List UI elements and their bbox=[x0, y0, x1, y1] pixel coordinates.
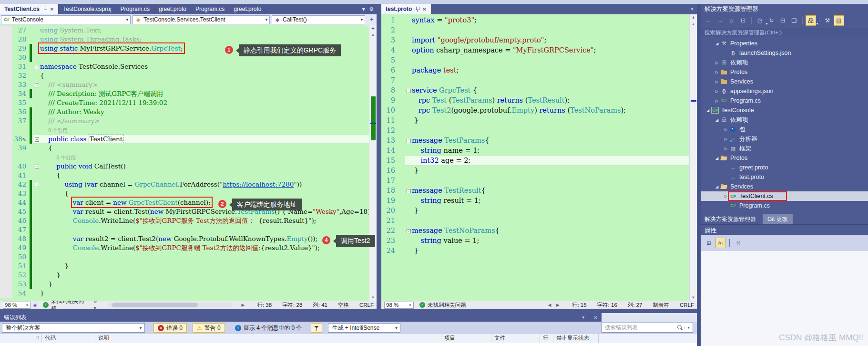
code-line[interactable]: 33− /// <summary> bbox=[0, 80, 377, 89]
code-line[interactable]: 27using System.Text; bbox=[0, 26, 377, 35]
expander-icon[interactable]: ▷ bbox=[714, 80, 720, 84]
code-line[interactable]: 39 { bbox=[0, 144, 377, 153]
code-line[interactable]: 9 rpc Test (TestParams) returns (TestRes… bbox=[381, 95, 697, 105]
tree-item-test-proto[interactable]: test.proto bbox=[701, 172, 868, 182]
severity-column-header[interactable] bbox=[0, 334, 42, 343]
code-text[interactable]: using (var channel = GrpcChannel.ForAddr… bbox=[40, 180, 377, 189]
code-line[interactable]: 20 } bbox=[381, 206, 697, 216]
messages-toggle-button[interactable]: i 展示 4 个消息中的 0 个 bbox=[231, 323, 306, 333]
expander-icon[interactable]: ◢ bbox=[705, 108, 711, 113]
breakpoint-margin[interactable] bbox=[0, 162, 12, 171]
left-editor-vertical-scrollbar[interactable]: + ▲ ▼ bbox=[369, 25, 377, 301]
tab-greet-proto[interactable]: greet.proto bbox=[154, 4, 191, 14]
editor-group-splitter[interactable] bbox=[377, 14, 381, 301]
code-text[interactable]: rpc Test2(google.protobuf.Empty) returns… bbox=[412, 105, 697, 115]
code-text[interactable]: var client = new GrpcTestClient(channel)… bbox=[40, 198, 377, 207]
tree-item-program-cs[interactable]: ▷Program.cs bbox=[701, 96, 868, 105]
breakpoint-margin[interactable] bbox=[0, 135, 12, 144]
code-line[interactable]: 49 Console.WriteLine($"接收到GRPC服务端 Test2方… bbox=[0, 243, 377, 252]
tab-program-cs[interactable]: Program.cs bbox=[191, 4, 229, 14]
collapse-region-icon[interactable]: − bbox=[35, 165, 39, 169]
tree-item-依赖项[interactable]: ▷依赖项 bbox=[701, 58, 868, 67]
breakpoint-margin[interactable] bbox=[0, 207, 12, 216]
code-line[interactable]: 53 } bbox=[0, 280, 377, 289]
code-text[interactable]: syntax = "proto3"; bbox=[412, 15, 697, 25]
breakpoint-margin[interactable] bbox=[0, 26, 12, 35]
forward-icon[interactable]: → bbox=[715, 15, 725, 26]
tree-item-testconsole[interactable]: ◢TestConsole bbox=[701, 105, 868, 115]
code-line[interactable]: 50 bbox=[0, 252, 377, 262]
sync-with-active-document-icon[interactable]: 品▼ bbox=[806, 15, 816, 26]
code-line[interactable]: 40− public void CallTest() bbox=[0, 162, 377, 171]
breakpoint-margin[interactable] bbox=[0, 243, 12, 252]
panel-splitter[interactable] bbox=[697, 4, 701, 346]
scroll-arrows[interactable]: ◀ ▶ bbox=[548, 303, 562, 307]
code-line[interactable]: 3import "google/protobuf/empty.proto"; bbox=[381, 35, 697, 45]
breakpoint-margin[interactable] bbox=[0, 153, 12, 162]
code-line[interactable]: 45 var result = client.Test(new MyFirstG… bbox=[0, 207, 377, 216]
code-line[interactable]: 43 { bbox=[0, 189, 377, 198]
code-text[interactable] bbox=[40, 252, 377, 262]
code-text[interactable]: message TestNoParams{ bbox=[412, 226, 697, 236]
code-text[interactable]: public void CallTest() bbox=[40, 162, 377, 171]
tab-testclient-cs[interactable]: TestClient.cs✕ bbox=[0, 4, 59, 14]
code-text[interactable]: } bbox=[40, 280, 377, 289]
code-text[interactable]: { bbox=[40, 144, 377, 153]
code-line[interactable]: 18−message TestResult{ bbox=[381, 186, 697, 196]
right-editor-vertical-scrollbar[interactable]: + ▲ ▼ bbox=[689, 14, 697, 301]
breakpoint-margin[interactable] bbox=[0, 171, 12, 180]
code-editor-testproto[interactable]: 1syntax = "proto3";23import "google/prot… bbox=[381, 14, 697, 301]
code-line[interactable]: 21 bbox=[381, 216, 697, 226]
tool-tab-git-更改[interactable]: Git 更改 bbox=[763, 214, 793, 224]
code-text[interactable] bbox=[40, 225, 377, 234]
codelens-references[interactable]: 0 个引用 bbox=[48, 126, 67, 135]
expander-icon[interactable]: ▷ bbox=[723, 127, 729, 132]
code-text[interactable]: string result = 1; bbox=[412, 196, 697, 206]
collapse-region-icon[interactable]: − bbox=[407, 89, 411, 93]
breakpoint-margin[interactable] bbox=[0, 116, 12, 126]
column-header-代码[interactable]: 代码 bbox=[42, 334, 95, 343]
breakpoint-margin[interactable] bbox=[0, 252, 12, 262]
breakpoint-margin[interactable] bbox=[0, 71, 12, 80]
expander-icon[interactable]: ▷ bbox=[714, 70, 720, 74]
pending-changes-filter-icon[interactable]: ◷▼ bbox=[755, 15, 765, 26]
back-icon[interactable]: ← bbox=[704, 15, 714, 26]
code-line[interactable]: 14 string name = 1; bbox=[381, 146, 697, 156]
code-line[interactable]: 32{ bbox=[0, 71, 377, 80]
tool-tab-解决方案资源管理器[interactable]: 解决方案资源管理器 bbox=[701, 214, 760, 224]
code-text[interactable]: var result = client.Test(new MyFirstGRPC… bbox=[40, 207, 377, 216]
code-line[interactable]: 35 /// CreateTime: 2021/12/11 19:39:02 bbox=[0, 98, 377, 107]
expander-icon[interactable]: ◢ bbox=[714, 156, 720, 160]
categorize-icon[interactable]: ⊞ bbox=[704, 238, 714, 248]
breakpoint-margin[interactable] bbox=[0, 289, 12, 298]
breakpoint-margin[interactable] bbox=[0, 198, 12, 207]
code-text[interactable]: message TestParams{ bbox=[412, 136, 697, 146]
pin-icon[interactable] bbox=[415, 6, 419, 12]
code-line[interactable]: 34 /// Description: 测试GRPC客户端调用 bbox=[0, 89, 377, 98]
promote-tab-icon[interactable]: ▼ bbox=[361, 6, 366, 12]
code-line[interactable]: 44 var client = new GrpcTestClient(chann… bbox=[0, 198, 377, 207]
codelens-line[interactable]: 0 个引用 bbox=[0, 126, 377, 135]
code-line[interactable]: 23 string value = 1; bbox=[381, 236, 697, 246]
expander-icon[interactable]: ▷ bbox=[714, 99, 720, 103]
code-text[interactable]: /// Author: Wesky bbox=[40, 107, 377, 116]
collapse-region-icon[interactable]: − bbox=[407, 189, 411, 193]
code-line[interactable]: 29using static MyFirstGRPCService.GrpcTe… bbox=[0, 44, 377, 53]
column-header-说明[interactable]: 说明 bbox=[95, 334, 441, 343]
code-text[interactable]: /// Description: 测试GRPC客户端调用 bbox=[40, 89, 377, 98]
codelens-references[interactable]: 0 个引用 bbox=[56, 153, 75, 162]
breakpoint-margin[interactable] bbox=[0, 225, 12, 234]
scroll-down-icon[interactable]: ▼ bbox=[690, 295, 697, 300]
errors-toggle-button[interactable]: ✕ 错误 0 bbox=[153, 323, 187, 333]
tree-item-properties[interactable]: ◢Properties bbox=[701, 39, 868, 48]
tree-item-protos[interactable]: ◢Protos bbox=[701, 153, 868, 163]
code-editor-testclient[interactable]: 27using System.Text;28using System.Threa… bbox=[0, 25, 377, 301]
tree-item-greet-proto[interactable]: greet.proto bbox=[701, 163, 868, 172]
tree-item-分析器[interactable]: ▷分析器 bbox=[701, 134, 868, 144]
code-line[interactable]: 19 string result = 1; bbox=[381, 196, 697, 206]
code-text[interactable]: Console.WriteLine($"接收到GRPC服务端 Test2方法的返… bbox=[40, 243, 377, 252]
code-line[interactable]: 24 } bbox=[381, 246, 697, 256]
code-text[interactable]: string name = 1; bbox=[412, 146, 697, 156]
code-text[interactable]: service GrpcTest { bbox=[412, 85, 697, 95]
code-text[interactable]: option csharp_namespace = "MyFirstGRPCSe… bbox=[412, 45, 697, 55]
